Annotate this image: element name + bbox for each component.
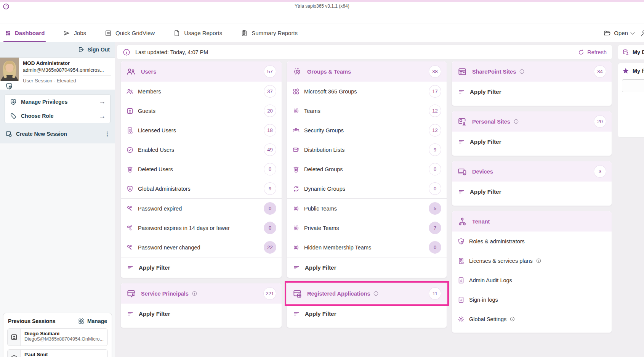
groups-apply-filter-button[interactable]: Apply Filter <box>287 257 447 278</box>
row-sign-in-logs[interactable]: Sign-in logs <box>452 290 612 309</box>
row-label: Security Groups <box>304 127 344 133</box>
session-item-text: Paul Smit <box>21 350 52 357</box>
tab-dashboard[interactable]: Dashboard <box>5 24 45 42</box>
previous-sessions-header: Previous Sessions Manage <box>8 318 107 325</box>
row-label: Admin Audit Logs <box>469 277 512 283</box>
card-title: Groups & Teams <box>307 69 351 75</box>
devices-header[interactable]: Devices 3 <box>452 161 612 182</box>
count-badge: 0 <box>429 163 441 175</box>
devices-card: Devices 3 Apply Filter <box>452 161 612 206</box>
row-security-groups[interactable]: Security Groups12 <box>287 121 447 140</box>
tab-label: Jobs <box>74 30 86 36</box>
row-admin-audit-logs[interactable]: Admin Audit Logs <box>452 270 612 290</box>
sharepoint-apply-filter-button[interactable]: Apply Filter <box>452 82 612 102</box>
row-deleted-groups[interactable]: Deleted Groups0 <box>287 159 447 179</box>
main-nav-tabbar: Dashboard Jobs Quick GridView Usage Repo… <box>0 24 644 42</box>
users-icon <box>126 67 136 77</box>
count-badge: 18 <box>264 124 276 137</box>
tenant-org-icon <box>457 217 467 227</box>
registered-applications-header[interactable]: Registered Applications 11 <box>287 283 447 304</box>
kebab-menu-icon[interactable]: ⋮ <box>104 130 110 137</box>
my-data-panel[interactable]: My D <box>618 45 644 60</box>
tab-jobs[interactable]: Jobs <box>63 24 86 42</box>
sign-out-button[interactable]: Sign Out <box>78 46 110 53</box>
sharepoint-sites-header[interactable]: SharePoint Sites 34 <box>452 61 612 82</box>
personal-sites-apply-filter-button[interactable]: Apply Filter <box>452 132 612 152</box>
card-title: SharePoint Sites <box>472 69 525 75</box>
apply-filter-label: Apply Filter <box>305 310 336 317</box>
devices-apply-filter-button[interactable]: Apply Filter <box>452 182 612 202</box>
card-title: Registered Applications <box>307 291 379 297</box>
card-title: Users <box>141 69 156 75</box>
info-icon <box>536 258 541 264</box>
tab-label: Summary Reports <box>252 30 298 36</box>
row-label: Guests <box>138 108 155 114</box>
count-badge: 17 <box>429 85 441 98</box>
row-guests[interactable]: Guests20 <box>121 101 282 121</box>
row-deleted-users[interactable]: Deleted Users0 <box>121 159 282 179</box>
choose-role-button[interactable]: Choose Role → <box>5 109 110 123</box>
filter-icon <box>458 188 465 196</box>
row-label: Members <box>138 88 161 95</box>
count-badge: 7 <box>429 222 441 234</box>
tab-usage-reports[interactable]: Usage Reports <box>173 24 222 42</box>
service-principals-header[interactable]: Service Principals 221 <box>121 283 282 304</box>
row-private-teams[interactable]: Private Teams7 <box>287 218 447 238</box>
row-dynamic-groups[interactable]: Dynamic Groups0 <box>287 179 447 198</box>
gear-icon <box>457 315 465 323</box>
previous-sessions-title: Previous Sessions <box>8 318 56 324</box>
row-password-never-changed[interactable]: Password never changed22 <box>121 238 282 257</box>
count-badge: 221 <box>263 287 276 300</box>
last-updated-bar: Last updated: Today, 4:07 PM Refresh <box>117 45 612 60</box>
row-password-expires-soon[interactable]: Password expires in 14 days or fewer0 <box>121 218 282 238</box>
profile-text: MOD Administrator admin@M365x88704954.on… <box>19 58 115 90</box>
row-public-teams[interactable]: Public Teams5 <box>287 199 447 218</box>
account-person-icon[interactable] <box>640 29 644 37</box>
previous-session-item[interactable]: Paul Smit <box>7 349 108 357</box>
row-licensed-users[interactable]: Licensed Users18 <box>121 121 282 140</box>
groups-teams-header[interactable]: Groups & Teams 38 <box>287 61 447 82</box>
row-teams[interactable]: Teams12 <box>287 101 447 121</box>
service-principals-icon <box>126 289 136 299</box>
my-favorites-label: My f <box>633 68 644 74</box>
create-new-session-button[interactable]: Create New Session ⋮ <box>0 127 115 141</box>
registered-applications-apply-filter-button[interactable]: Apply Filter <box>287 304 447 324</box>
row-global-settings[interactable]: Global Settings <box>452 309 612 329</box>
row-m365-groups[interactable]: Microsoft 365 Groups17 <box>287 82 447 101</box>
m365-groups-icon <box>292 88 300 95</box>
row-distribution-lists[interactable]: Distribution Lists9 <box>287 140 447 159</box>
favorites-input[interactable] <box>622 79 644 92</box>
workspace: Sign Out MOD Adm <box>0 42 644 357</box>
row-licenses-services-plans[interactable]: Licenses & services plans <box>452 251 612 270</box>
manage-privileges-button[interactable]: Manage Privileges → <box>5 95 110 109</box>
row-enabled-users[interactable]: Enabled Users49 <box>121 140 282 159</box>
row-password-expired[interactable]: Password expired0 <box>121 199 282 218</box>
users-card-header[interactable]: Users 57 <box>121 61 282 82</box>
count-badge: 3 <box>594 165 606 178</box>
service-principals-apply-filter-button[interactable]: Apply Filter <box>121 304 282 324</box>
previous-session-item[interactable]: Diego Siciliani DiegoS@M365x88704954.OnM… <box>7 328 108 346</box>
manage-sessions-button[interactable]: Manage <box>78 318 107 325</box>
teams-icon <box>292 107 300 115</box>
tab-summary-reports[interactable]: Summary Reports <box>240 24 298 42</box>
row-hidden-membership-teams[interactable]: Hidden Membership Teams0 <box>287 238 447 257</box>
tab-quick-gridview[interactable]: Quick GridView <box>104 24 155 42</box>
shield-person-icon <box>126 185 134 193</box>
user-profile-card: MOD Administrator admin@M365x88704954.on… <box>0 57 115 90</box>
groups-column: Groups & Teams 38 Microsoft 365 Groups17… <box>287 61 447 333</box>
open-button[interactable]: Open <box>603 29 634 37</box>
tenant-header[interactable]: Tenant <box>452 211 612 232</box>
my-favorites-header[interactable]: My f <box>622 67 644 75</box>
users-apply-filter-button[interactable]: Apply Filter <box>121 257 282 278</box>
filter-icon <box>127 264 134 272</box>
registered-applications-card: Registered Applications 11 Apply Filter <box>287 283 447 328</box>
row-members[interactable]: Members37 <box>121 82 282 101</box>
keys-icon <box>126 205 134 212</box>
session-sidebar: Sign Out MOD Adm <box>0 42 115 357</box>
personal-sites-header[interactable]: Personal Sites 20 <box>452 111 612 132</box>
row-roles-administrators[interactable]: Roles & administrators <box>452 232 612 251</box>
current-session-panel: Sign Out MOD Adm <box>0 42 115 143</box>
refresh-button[interactable]: Refresh <box>578 49 607 56</box>
count-badge: 9 <box>264 182 276 195</box>
row-global-administrators[interactable]: Global Administrators9 <box>121 179 282 198</box>
